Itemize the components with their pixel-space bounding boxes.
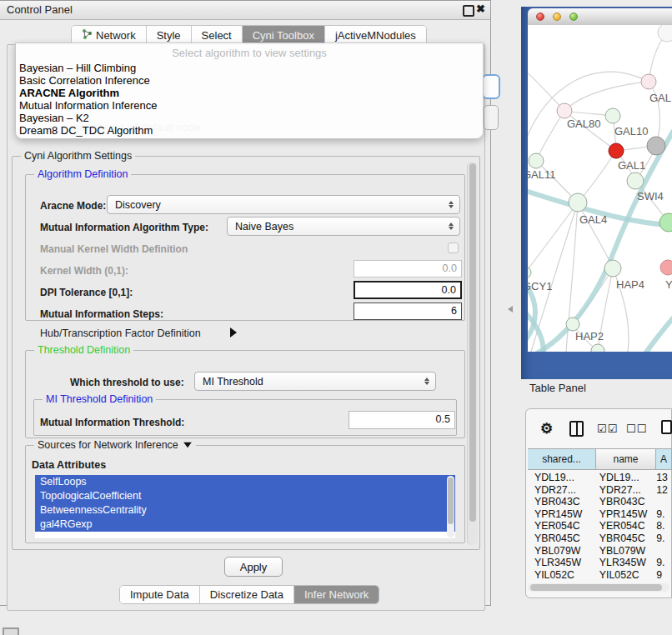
attributes-scrollbar-thumb[interactable] [448,478,454,524]
graph-edge[interactable] [528,202,578,272]
column-header-shared[interactable]: shared... [528,448,596,470]
graph-node-label: SWI4 [637,190,664,202]
tab-network[interactable]: Network [72,26,147,44]
attribute-item-betweennesscentrality[interactable]: BetweennessCentrality [35,503,455,518]
graph-node-hap2[interactable] [566,318,579,331]
table-hscrollbar[interactable] [528,583,669,592]
table-rows: YDL19...YDL19...13YDR27...YDR27...12YBR0… [528,472,672,581]
zoom-traffic-light[interactable] [569,12,578,21]
kernel-width-field[interactable]: 0.0 [354,260,462,278]
graph-node-swi4[interactable] [627,172,644,189]
table-hscrollbar-thumb[interactable] [530,584,662,591]
table-row[interactable]: YBR043CYBR043C [528,496,672,508]
graph-edge[interactable] [631,318,672,352]
minimize-traffic-light[interactable] [553,12,561,21]
focused-combo-fragment[interactable] [482,74,500,99]
table-row[interactable]: YLR345WYLR345W9. [528,557,672,569]
table-row[interactable]: YER054CYER054C8. [528,520,672,532]
splitter-collapse-arrow[interactable] [508,306,513,312]
attributes-scrollbar[interactable] [447,476,454,538]
settings-scrollbar[interactable] [467,162,478,545]
data-attributes-label: Data Attributes [32,459,106,471]
graph-node[interactable] [591,344,604,352]
control-panel-window: Control Panel ✖ NetworkStyleSelectCyni T… [0,0,491,606]
table-row[interactable]: YPR145WYPR145W9. [528,508,672,521]
table-cell: YBL079W [593,545,651,558]
table-row[interactable]: YBR045CYBR045C9. [528,532,672,545]
expand-arrow-icon[interactable] [230,328,237,338]
dropdown-item-basic-correlation-inference[interactable]: Basic Correlation Inference [19,75,479,88]
dropdown-item-dream8-dc-tdc-algorithm[interactable]: Dream8 DC_TDC Algorithm [19,125,479,138]
tab-label: Network [96,29,136,42]
table-row[interactable]: YDR27...YDR27...12 [528,484,672,497]
minimized-panel-icon[interactable] [3,628,19,635]
table-row[interactable]: YDL19...YDL19...13 [528,472,672,484]
graph-node-gal1[interactable] [609,143,624,158]
graph-edge[interactable] [564,82,649,111]
collapse-arrow-icon[interactable] [183,442,192,448]
settings-scrollbar-thumb[interactable] [469,163,476,522]
dropdown-item-aracne-algorithm[interactable]: ARACNE Algorithm [19,88,479,100]
graph-node-label: GAL11 [528,168,556,181]
table-cell [651,496,672,508]
dropdown-item-list: Bayesian – Hill ClimbingBasic Correlatio… [19,62,479,137]
graph-node-gal[interactable] [641,74,656,89]
table-cell: 9. [651,557,672,569]
unchecked-columns-icon[interactable]: ☐☐ [626,422,647,435]
tab-style[interactable]: Style [147,26,192,44]
manual-kernel-checkbox[interactable] [448,242,459,253]
graph-node-gal11[interactable] [529,153,544,168]
graph-edge[interactable] [536,111,564,161]
document-icon[interactable] [661,420,672,434]
aracne-mode-label: Aracne Mode: [40,200,106,212]
graph-node-hap4[interactable] [604,260,621,277]
float-window-icon[interactable] [463,5,474,17]
checked-columns-icon[interactable]: ☑☑ [597,422,618,435]
close-icon[interactable]: ✖ [476,2,485,15]
graph-edge[interactable] [528,132,672,352]
tab-select[interactable]: Select [192,26,243,44]
network-window-titlebar[interactable] [528,8,672,26]
mi-threshold-field[interactable]: 0.5 [349,411,455,429]
graph-node-gal80[interactable] [557,103,572,118]
apply-button[interactable]: Apply [224,557,283,577]
graph-node-gal4[interactable] [569,193,587,212]
dropdown-item-mutual-information-inference[interactable]: Mutual Information Inference [19,100,479,112]
graph-node-gal10[interactable] [605,108,620,123]
column-header-a[interactable]: A [656,448,672,470]
network-canvas[interactable]: GALGAL80GAL10GAL1GAL11SWI4GAL4GCY1HAP4YH… [528,25,672,352]
column-header-name[interactable]: name [596,448,656,470]
graph-node[interactable] [647,137,665,155]
mi-type-combo[interactable]: Naive Bayes [227,217,460,236]
table-row[interactable]: YIL052CYIL052C9 [528,569,672,581]
bottom-tab-discretize-data[interactable]: Discretize Data [200,586,294,603]
attribute-item-selfloops[interactable]: SelfLoops [35,475,455,489]
aracne-mode-combo[interactable]: Discovery [107,195,460,214]
bottom-tab-impute-data[interactable]: Impute Data [120,586,200,603]
graph-node-label: GAL1 [618,159,645,172]
dpi-tolerance-field[interactable]: 0.0 [354,281,462,299]
tab-jactivemnodules[interactable]: jActiveMNodules [325,26,426,44]
close-traffic-light[interactable] [536,12,544,21]
graph-node[interactable] [658,25,672,42]
gear-icon[interactable]: ⚙ [540,420,553,438]
dropdown-item-bayesian-hill-climbing[interactable]: Bayesian – Hill Climbing [19,62,479,75]
table-panel-title: Table Panel [529,382,586,394]
graph-node-gcy1[interactable] [528,267,531,278]
graph-edge[interactable] [578,151,616,202]
dropdown-item-bayesian-k2[interactable]: Bayesian – K2 [19,112,479,125]
graph-node-y[interactable] [660,260,672,275]
network-graph: GALGAL80GAL10GAL1GAL11SWI4GAL4GCY1HAP4YH… [528,25,672,352]
combo-fragment[interactable] [484,105,499,130]
attribute-item-gal4rgexp[interactable]: gal4RGexp [35,518,455,532]
tab-cyni-toolbox[interactable]: Cyni Toolbox [243,26,325,44]
mi-steps-field[interactable]: 6 [354,302,462,320]
split-columns-icon[interactable] [569,421,584,437]
table-cell: YIL052C [593,569,651,581]
bottom-tab-infer-network[interactable]: Infer Network [294,586,379,603]
graph-node[interactable] [659,213,672,232]
attribute-item-topologicalcoefficient[interactable]: TopologicalCoefficient [35,489,455,503]
table-row[interactable]: YBL079WYBL079W [528,545,672,558]
which-threshold-combo[interactable]: MI Threshold [194,372,436,391]
table-cell: YPR145W [593,508,651,521]
